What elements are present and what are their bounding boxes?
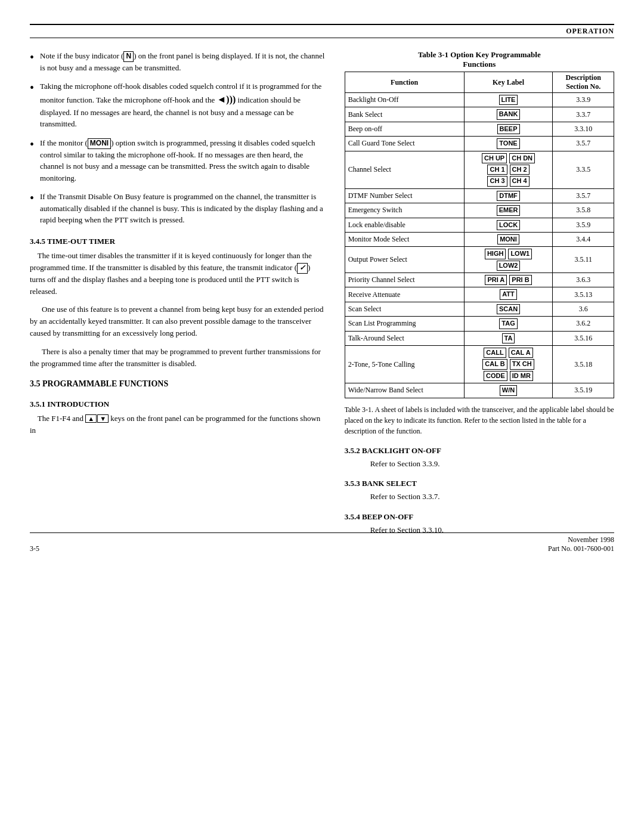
key-box: CH 1 bbox=[487, 165, 507, 175]
table-row: Emergency SwitchEMER3.5.8 bbox=[345, 203, 614, 218]
section-35-heading: 3.5 PROGRAMMABLE FUNCTIONS bbox=[30, 379, 327, 389]
moni-box: MONI bbox=[88, 138, 111, 149]
key-label-cell: CALLCAL ACAL BTX CHCODEID MR bbox=[464, 346, 553, 383]
table-row: Beep on-offBEEP3.3.10 bbox=[345, 122, 614, 136]
bullet-text: Taking the microphone off-hook disables … bbox=[40, 80, 327, 130]
key-box: LOW1 bbox=[508, 249, 532, 259]
key-label-cell: SCAN bbox=[464, 302, 553, 316]
bullet-text: If the monitor (MONI) option switch is p… bbox=[40, 137, 327, 184]
function-cell: Emergency Switch bbox=[345, 203, 464, 218]
key-box: DTMF bbox=[497, 191, 520, 201]
busy-indicator-box: N bbox=[123, 51, 134, 62]
key-row: BEEP bbox=[467, 123, 550, 135]
key-label-cell: PRI APRI B bbox=[464, 273, 553, 287]
section-352: 3.5.2 BACKLIGHT ON-OFF Refer to Section … bbox=[345, 446, 614, 470]
key-box: SCAN bbox=[497, 304, 520, 314]
function-cell: Scan Select bbox=[345, 302, 464, 316]
section-cell: 3.5.19 bbox=[553, 383, 614, 398]
key-row: SCAN bbox=[467, 304, 550, 315]
section-cell: 3.5.8 bbox=[553, 203, 614, 218]
key-row: LITE bbox=[467, 94, 550, 106]
key-row: TA bbox=[467, 333, 550, 344]
list-item: • If the monitor (MONI) option switch is… bbox=[30, 137, 327, 184]
section-cell: 3.3.9 bbox=[553, 93, 614, 107]
function-cell: Backlight On-Off bbox=[345, 93, 464, 107]
footer-date: November 1998 bbox=[548, 535, 614, 544]
bullet-text: Note if the busy indicator (N) on the fr… bbox=[40, 50, 327, 73]
key-label-cell: CH UPCH DNCH 1CH 2CH 3CH 4 bbox=[464, 151, 553, 188]
bullet-dot: • bbox=[30, 79, 34, 97]
key-box: CH 3 bbox=[487, 176, 507, 186]
col-function-header: Function bbox=[345, 72, 464, 93]
key-box: EMER bbox=[497, 205, 521, 215]
col-description-header: Description Section No. bbox=[553, 72, 614, 93]
audio-icon: ◄))) bbox=[216, 94, 236, 104]
key-label-cell: BEEP bbox=[464, 122, 553, 136]
key-row: CAL BTX CH bbox=[467, 358, 550, 370]
function-cell: Wide/Narrow Band Select bbox=[345, 383, 464, 398]
bullet-dot: • bbox=[30, 48, 34, 66]
transmit-icon-box: ✓ bbox=[297, 263, 308, 274]
section-35: 3.5 PROGRAMMABLE FUNCTIONS 3.5.1 INTRODU… bbox=[30, 379, 327, 436]
table-row: Talk-Around SelectTA3.5.16 bbox=[345, 331, 614, 345]
function-cell: Channel Select bbox=[345, 151, 464, 188]
right-column: Table 3-1 Option Key Programmable Functi… bbox=[345, 50, 614, 535]
section-352-refer: Refer to Section 3.3.9. bbox=[345, 458, 614, 470]
section-cell: 3.5.16 bbox=[553, 331, 614, 345]
section-345-para3: There is also a penalty timer that may b… bbox=[30, 346, 327, 370]
function-cell: Scan List Programming bbox=[345, 317, 464, 331]
key-box: CAL A bbox=[509, 348, 533, 358]
footer-right: November 1998 Part No. 001-7600-001 bbox=[548, 535, 614, 553]
section-345-para2: One use of this feature is to prevent a … bbox=[30, 304, 327, 339]
key-box: HIGH bbox=[485, 249, 506, 259]
two-col-layout: • Note if the busy indicator (N) on the … bbox=[30, 50, 614, 535]
key-box: CH 4 bbox=[510, 176, 530, 186]
section-cell: 3.3.10 bbox=[553, 122, 614, 136]
section-cell: 3.5.7 bbox=[553, 137, 614, 151]
section-354-heading: 3.5.4 BEEP ON-OFF bbox=[345, 512, 614, 522]
key-row: EMER bbox=[467, 205, 550, 216]
footer: 3-5 November 1998 Part No. 001-7600-001 bbox=[30, 532, 614, 553]
key-box: PRI B bbox=[509, 275, 531, 285]
section-cell: 3.4.4 bbox=[553, 232, 614, 246]
key-label-cell: W/N bbox=[464, 383, 553, 398]
table-title: Table 3-1 Option Key Programmable Functi… bbox=[345, 50, 614, 69]
section-cell: 3.5.13 bbox=[553, 287, 614, 302]
bullet-list: • Note if the busy indicator (N) on the … bbox=[30, 50, 327, 226]
key-box: PRI A bbox=[485, 275, 507, 285]
key-row: MONI bbox=[467, 234, 550, 245]
section-353-heading: 3.5.3 BANK SELECT bbox=[345, 479, 614, 488]
key-box: CH UP bbox=[482, 153, 507, 163]
function-cell: Output Power Select bbox=[345, 247, 464, 273]
key-label-cell: EMER bbox=[464, 203, 553, 218]
table-row: DTMF Number SelectDTMF3.5.7 bbox=[345, 188, 614, 203]
table-row: Receive AttenuateATT3.5.13 bbox=[345, 287, 614, 302]
key-label-cell: HIGHLOW1LOW2 bbox=[464, 247, 553, 273]
header-title: OPERATION bbox=[566, 27, 614, 36]
section-cell: 3.3.5 bbox=[553, 151, 614, 188]
key-label-cell: ATT bbox=[464, 287, 553, 302]
section-cell: 3.6 bbox=[553, 302, 614, 316]
function-cell: Monitor Mode Select bbox=[345, 232, 464, 246]
list-item: • Note if the busy indicator (N) on the … bbox=[30, 50, 327, 73]
key-row: CH 1CH 2 bbox=[467, 164, 550, 175]
table-row: Monitor Mode SelectMONI3.4.4 bbox=[345, 232, 614, 246]
table-row: Bank SelectBANK3.3.7 bbox=[345, 107, 614, 122]
key-box: BEEP bbox=[497, 124, 520, 134]
section-cell: 3.5.11 bbox=[553, 247, 614, 273]
key-row: CALLCAL A bbox=[467, 347, 550, 358]
key-label-cell: BANK bbox=[464, 107, 553, 122]
section-352-heading: 3.5.2 BACKLIGHT ON-OFF bbox=[345, 446, 614, 456]
key-box: LOCK bbox=[497, 220, 520, 230]
left-column: • Note if the busy indicator (N) on the … bbox=[30, 50, 327, 535]
table-row: 2-Tone, 5-Tone CallingCALLCAL ACAL BTX C… bbox=[345, 346, 614, 383]
key-box: CODE bbox=[484, 371, 507, 381]
key-box: TAG bbox=[499, 318, 517, 329]
col-key-label-header: Key Label bbox=[464, 72, 553, 93]
key-row: TONE bbox=[467, 138, 550, 149]
function-cell: Beep on-off bbox=[345, 122, 464, 136]
table-row: Wide/Narrow Band SelectW/N3.5.19 bbox=[345, 383, 614, 398]
section-353: 3.5.3 BANK SELECT Refer to Section 3.3.7… bbox=[345, 479, 614, 503]
key-box: LOW2 bbox=[497, 261, 521, 271]
key-label-cell: LOCK bbox=[464, 218, 553, 232]
